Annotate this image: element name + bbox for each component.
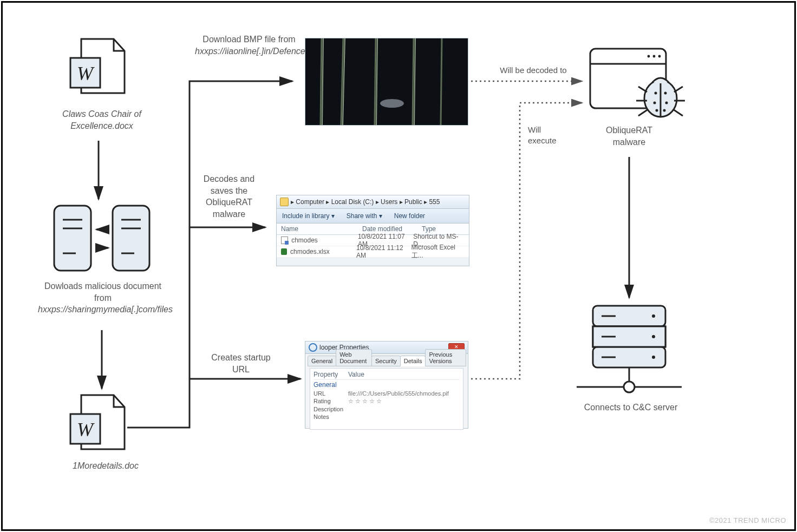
execute-label: Will execute (528, 124, 571, 147)
props-rows: URLfile:///C:/Users/Public/555/chmodes.p… (313, 390, 460, 421)
tab-general[interactable]: General (308, 356, 336, 366)
svg-point-23 (654, 102, 656, 104)
tab-web-document[interactable]: Web Document (336, 349, 372, 366)
props-row: Rating☆ ☆ ☆ ☆ ☆ (313, 397, 460, 405)
download-mal-url: hxxps://sharingmymedia[.]com/files (38, 305, 173, 314)
svg-point-16 (648, 55, 650, 58)
svg-point-17 (653, 55, 656, 58)
props-body: Property Value General URLfile:///C:/Use… (310, 368, 463, 430)
explorer-toolbar: Include in library ▾ Share with ▾ New fo… (277, 209, 469, 224)
tab-previous-versions[interactable]: Previous Versions (425, 349, 466, 366)
word-doc2-icon: W (70, 395, 125, 449)
props-hdr-prop: Property (313, 371, 348, 378)
folder-icon (280, 198, 289, 206)
svg-point-33 (652, 356, 655, 359)
props-section: General (313, 380, 460, 390)
svg-text:W: W (77, 63, 95, 84)
props-row: Description (313, 405, 460, 413)
table-row[interactable]: chmodes.xlsx10/8/2021 11:12 AMMicrosoft … (277, 246, 469, 258)
props-hdr-val: Value (348, 371, 364, 378)
props-row: URLfile:///C:/Users/Public/555/chmodes.p… (313, 390, 460, 397)
svg-rect-6 (113, 206, 149, 271)
bmp-label: Download BMP file from hxxps://iiaonline… (195, 34, 303, 57)
rat-label: ObliqueRAT malware (597, 124, 662, 148)
arrow-branch-bmp (127, 81, 292, 428)
decoded-label: Will be decoded to (493, 65, 574, 76)
svg-point-26 (663, 109, 666, 112)
props-headers: Property Value (313, 371, 460, 380)
svg-line-45 (441, 38, 442, 125)
svg-point-21 (655, 92, 657, 95)
globe-icon (309, 343, 317, 352)
explorer-rows: chmodes10/8/2021 11:07 AMShortcut to MS-… (277, 235, 469, 258)
props-row: Notes (313, 413, 460, 421)
word-docx-icon: W (70, 39, 125, 93)
properties-window: looper Properties ✕ GeneralWeb DocumentS… (305, 341, 468, 429)
tab-details[interactable]: Details (400, 356, 426, 366)
c2-server-icon (577, 306, 682, 392)
svg-point-31 (652, 314, 655, 318)
svg-rect-40 (305, 38, 468, 125)
svg-point-24 (665, 102, 668, 104)
servers-icon (54, 206, 149, 271)
docx-label: Claws Coas Chair of Excellence.docx (58, 108, 145, 132)
svg-point-22 (664, 92, 667, 95)
svg-point-18 (658, 55, 661, 58)
startup-label: Creates startup URL (206, 352, 276, 375)
c2-label: Connects to C&C server (574, 402, 688, 413)
explorer-breadcrumb: ▸ Computer ▸ Local Disk (C:) ▸ Users ▸ P… (277, 195, 469, 209)
props-tabs: GeneralWeb DocumentSecurityDetailsPrevio… (305, 354, 468, 366)
tab-security[interactable]: Security (371, 356, 401, 366)
credit: ©2021 TREND MICRO (709, 516, 786, 524)
svg-point-39 (624, 382, 635, 392)
doc2-label: 1Moredetails.doc (62, 460, 149, 472)
explorer-window: ▸ Computer ▸ Local Disk (C:) ▸ Users ▸ P… (276, 195, 469, 266)
bmp-image (305, 38, 468, 126)
col-date[interactable]: Date modified (362, 225, 422, 233)
svg-line-44 (413, 38, 414, 125)
col-name[interactable]: Name (281, 225, 362, 233)
toolbar-include[interactable]: Include in library ▾ (282, 212, 335, 220)
toolbar-newfolder[interactable]: New folder (394, 212, 425, 220)
svg-line-43 (375, 38, 376, 125)
toolbar-share[interactable]: Share with ▾ (347, 212, 382, 220)
download-mal-text: Dowloads malicious document from (44, 281, 161, 303)
svg-point-25 (656, 109, 658, 112)
svg-line-41 (321, 38, 322, 125)
svg-point-32 (652, 335, 655, 338)
svg-text:W: W (77, 419, 95, 441)
svg-point-50 (380, 99, 404, 108)
svg-rect-2 (54, 206, 91, 271)
col-type[interactable]: Type (422, 225, 436, 233)
decode-label: Decodes and saves the ObliqueRAT malware (194, 173, 264, 220)
bmp-label-line1: Download BMP file from (202, 35, 295, 44)
breadcrumb-path: ▸ Computer ▸ Local Disk (C:) ▸ Users ▸ P… (291, 198, 440, 206)
download-mal-label: Dowloads malicious document from hxxps:/… (38, 280, 168, 316)
